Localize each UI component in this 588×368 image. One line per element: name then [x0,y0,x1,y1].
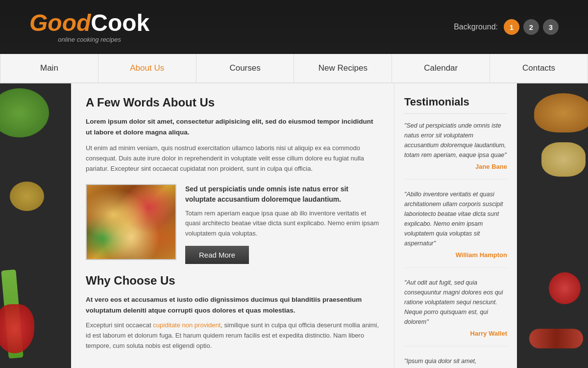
bg-right-decoration [517,83,588,368]
testimonial-2: "Abillo inventore veritatis et quasi arc… [404,189,507,268]
side-subtitle: Sed ut perspiciatis unde omnis iste natu… [185,184,379,205]
testimonial-1: "Sed ut perspiciatis unde omnis iste nat… [404,121,507,180]
testimonial-3: "Aut odit aut fugit, sed quia consequun­… [404,278,507,346]
logo: GoodCook online cooking recipes [29,11,149,43]
nav-item-contacts[interactable]: Contacts [490,54,588,82]
bg-button-3[interactable]: 3 [543,19,559,35]
logo-cook: Cook [91,10,149,36]
why-normal-text: Excepturi sint occaecat cupiditate non p… [86,320,379,351]
cabbage-decoration [0,88,49,137]
navigation: Main About Us Courses New Recipes Calend… [0,54,588,83]
testimonial-2-text: "Abillo inventore veritatis et quasi arc… [404,189,507,248]
about-intro-normal: Ut enim ad minim veniam, quis nostrud ex… [86,143,379,174]
nav-item-new-recipes[interactable]: New Recipes [294,54,392,82]
logo-good: Good [29,10,91,36]
why-title: Why Choose Us [86,274,379,288]
testimonial-1-author: Jane Bane [404,163,507,170]
about-intro-bold: Lorem ipsum dolor sit amet, consectetur … [86,116,379,137]
bg-button-2[interactable]: 2 [523,19,539,35]
testimonial-4-text: "Ipsum quia dolor sit amet, consectetur,… [404,356,507,368]
nav-item-main[interactable]: Main [0,54,98,82]
testimonials-sidebar: Testimonials "Sed ut perspiciatis unde o… [394,83,517,368]
testimonial-2-author: William Hampton [404,251,507,259]
testimonial-4: "Ipsum quia dolor sit amet, consectetur,… [404,356,507,368]
about-title: A Few Words About Us [86,96,379,109]
testimonial-3-author: Harry Wallet [404,330,507,337]
tomato-decoration [549,272,581,304]
nav-item-about[interactable]: About Us [98,54,196,82]
about-us-section: A Few Words About Us Lorem ipsum dolor s… [86,96,379,264]
content-left: A Few Words About Us Lorem ipsum dolor s… [71,83,394,368]
testimonial-3-text: "Aut odit aut fugit, sed quia consequun­… [404,278,507,327]
why-bold-text: At vero eos et accusamus et iusto odio d… [86,294,379,315]
bg-button-1[interactable]: 1 [504,19,519,35]
logo-text: GoodCook [29,11,149,35]
bread-decoration [534,93,588,132]
onion-decoration [10,182,44,211]
food-image [86,184,176,260]
page-wrapper: A Few Words About Us Lorem ipsum dolor s… [0,83,588,368]
header: GoodCook online cooking recipes Backgrou… [0,0,588,54]
pasta-decoration [541,142,586,177]
background-switcher: Background: 1 2 3 [454,19,559,35]
nav-item-calendar[interactable]: Calendar [392,54,490,82]
sausage-decoration [529,329,583,348]
bg-label: Background: [454,23,498,31]
side-body: Totam rem aperiam eaque ipsa quae ab ill… [185,209,379,239]
logo-subtitle: online cooking recipes [29,36,149,43]
image-text-block: Sed ut perspiciatis unde omnis iste natu… [86,184,379,264]
why-link[interactable]: cupiditate non provident [153,321,220,329]
testimonial-1-text: "Sed ut perspiciatis unde omnis iste nat… [404,121,507,160]
read-more-button[interactable]: Read More [185,246,249,264]
side-text-block: Sed ut perspiciatis unde omnis iste natu… [185,184,379,264]
testimonials-title: Testimonials [404,96,507,114]
red-pepper-decoration [0,304,34,353]
nav-item-courses[interactable]: Courses [196,54,294,82]
why-choose-section: Why Choose Us At vero eos et accusamus e… [86,274,379,351]
why-before: Excepturi sint occaecat [86,321,153,329]
bg-left-decoration [0,83,71,368]
main-content: A Few Words About Us Lorem ipsum dolor s… [71,83,517,368]
